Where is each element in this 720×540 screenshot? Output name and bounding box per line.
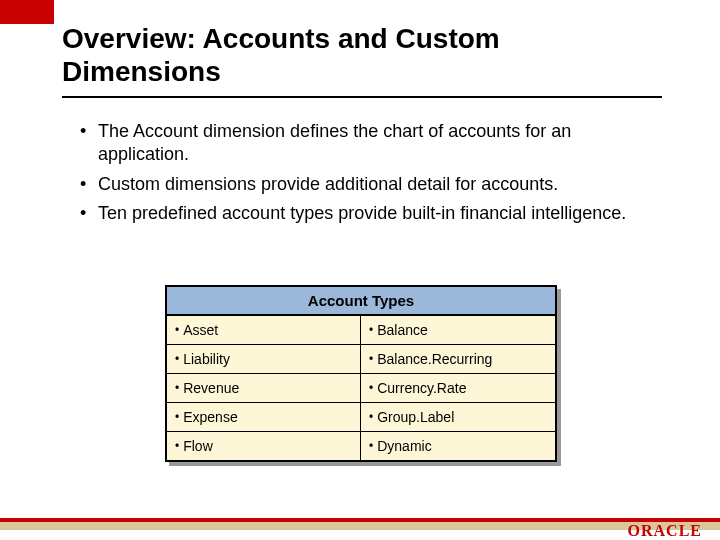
table-cell-left: •Liability: [167, 345, 361, 373]
bullet-icon: •: [175, 381, 179, 395]
cell-text: Currency.Rate: [377, 380, 466, 396]
bullet-icon: •: [369, 352, 373, 366]
cell-text: Balance.Recurring: [377, 351, 492, 367]
slide-title: Overview: Accounts and Custom Dimensions: [62, 22, 662, 88]
cell-text: Dynamic: [377, 438, 431, 454]
bullet-icon: •: [369, 439, 373, 453]
table-body: •Asset •Balance •Liability •Balance.Recu…: [167, 316, 555, 460]
footer-tan-stripe: [0, 522, 720, 530]
bullet-icon: •: [175, 323, 179, 337]
cell-text: Balance: [377, 322, 428, 338]
cell-text: Revenue: [183, 380, 239, 396]
table-cell-right: •Balance.Recurring: [361, 345, 555, 373]
bullet-icon: •: [175, 410, 179, 424]
bullet-icon: •: [369, 410, 373, 424]
table-cell-left: •Flow: [167, 432, 361, 460]
slide: Overview: Accounts and Custom Dimensions…: [0, 0, 720, 540]
table-cell-left: •Asset: [167, 316, 361, 344]
red-accent-block: [0, 0, 54, 24]
cell-text: Group.Label: [377, 409, 454, 425]
table-cell-left: •Revenue: [167, 374, 361, 402]
table-row: •Liability •Balance.Recurring: [167, 345, 555, 374]
account-types-table: Account Types •Asset •Balance •Liability…: [165, 285, 557, 462]
bullet-icon: •: [175, 439, 179, 453]
cell-text: Liability: [183, 351, 230, 367]
cell-text: Expense: [183, 409, 237, 425]
cell-text: Asset: [183, 322, 218, 338]
table-cell-right: •Currency.Rate: [361, 374, 555, 402]
bullet-item: The Account dimension defines the chart …: [80, 120, 660, 167]
table-cell-right: •Group.Label: [361, 403, 555, 431]
bullet-item: Ten predefined account types provide bui…: [80, 202, 660, 225]
bullet-item: Custom dimensions provide additional det…: [80, 173, 660, 196]
bullet-icon: •: [175, 352, 179, 366]
bullet-icon: •: [369, 381, 373, 395]
bullet-list: The Account dimension defines the chart …: [80, 120, 660, 232]
table-cell-left: •Expense: [167, 403, 361, 431]
table-row: •Expense •Group.Label: [167, 403, 555, 432]
oracle-logo: ORACLE: [628, 522, 702, 540]
table-header: Account Types: [167, 287, 555, 316]
title-underline: [62, 96, 662, 98]
table-cell-right: •Dynamic: [361, 432, 555, 460]
cell-text: Flow: [183, 438, 213, 454]
table-row: •Flow •Dynamic: [167, 432, 555, 460]
bullet-icon: •: [369, 323, 373, 337]
table-row: •Asset •Balance: [167, 316, 555, 345]
table-row: •Revenue •Currency.Rate: [167, 374, 555, 403]
table-cell-right: •Balance: [361, 316, 555, 344]
